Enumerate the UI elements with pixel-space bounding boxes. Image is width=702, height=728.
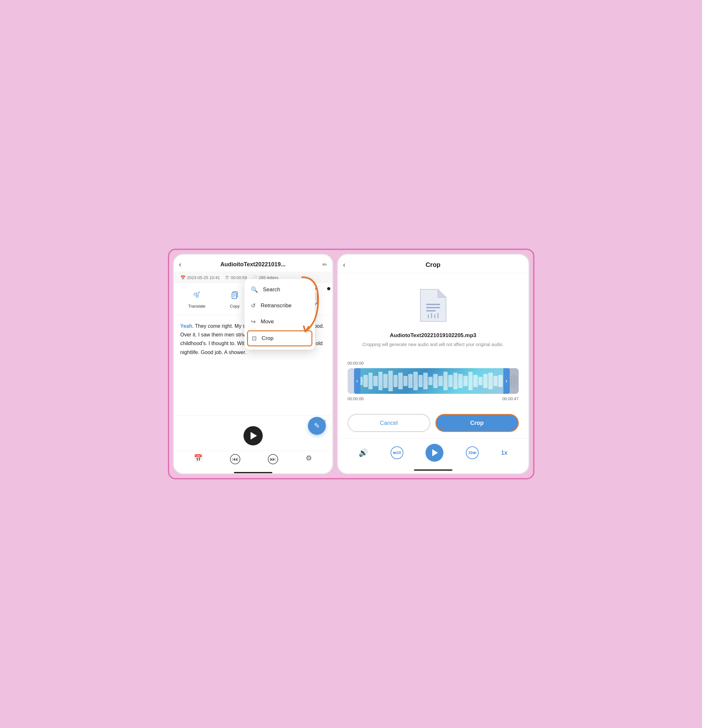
crop-header: ‹ Crop [338,255,528,273]
waveform-bars [357,368,509,394]
rewind-10-icon[interactable]: ⏮10 [391,446,403,459]
move-icon: ↪ [251,318,256,325]
waveform-left-handle[interactable]: ‹ [354,368,360,394]
file-name: AudiotoText20221019102205.mp3 [390,332,477,339]
waveform-times: 00:00:00 00:00:47 [348,396,519,401]
crop-body: AudiotoText20221019102205.mp3 Cropping w… [338,273,528,438]
translate-button[interactable]: 中 A Translate [188,288,205,312]
search-item[interactable]: 🔍 Search [244,282,315,298]
left-phone-panel: ‹ AudioitoText20221019... ✏ 📅 2023-05-25… [173,254,333,474]
meta-duration: ⏱ 00:00:59 [225,275,247,280]
copy-button[interactable]: Copy [228,288,242,312]
play-button[interactable] [244,426,263,445]
copy-label: Copy [230,304,239,309]
retranscribe-icon: ↺ [251,302,256,309]
fab-edit-icon: ✎ [314,422,320,430]
crop-title: Crop [426,261,441,269]
left-header: ‹ AudioitoText20221019... ✏ [174,255,332,272]
waveform-inactive-region [509,368,519,394]
crop-play-triangle-icon [432,449,438,456]
crop-bottom-controls: 🔊 ⏮10 10⏭ 1x [338,438,528,469]
crop-dropdown-icon: ⊡ [252,335,257,342]
crop-item[interactable]: ⊡ Crop [247,330,312,347]
crop-actions: Cancel Crop [348,414,519,432]
crop-home-bar [414,469,452,471]
bottom-nav: 📅 ⏮ ⏭ ⚙ [174,451,332,471]
speed-label[interactable]: 1x [501,449,507,456]
bottom-player: 00:00:00 [174,415,332,451]
nav-forward-icon[interactable]: ⏭ [268,454,278,464]
nav-calendar-icon[interactable]: 📅 [194,454,202,464]
right-crop-panel: ‹ Crop AudiotoText20221019102205. [337,254,529,474]
search-icon: 🔍 [251,286,258,293]
waveform-container[interactable]: ‹ › [348,368,519,394]
cancel-button[interactable]: Cancel [348,414,430,432]
waveform-time-end: 00:00:47 [503,396,519,401]
player-controls [181,426,326,445]
svg-rect-11 [426,307,440,308]
nav-rewind-icon[interactable]: ⏮ [230,454,240,464]
file-description: Cropping will generate new audio and wil… [363,341,504,348]
waveform-active-region [357,368,509,394]
waveform-time-top: 00:00:00 [348,361,519,365]
meta-date: 📅 2023-05-25 10:41 [181,275,220,280]
translate-label: Translate [188,304,205,309]
file-icon [417,286,449,325]
volume-icon[interactable]: 🔊 [358,448,368,457]
copy-icon [228,288,242,302]
waveform-right-handle[interactable]: › [503,368,510,394]
waveform-time-start: 00:00:00 [348,396,364,401]
back-button[interactable]: ‹ [179,260,181,269]
document-title: AudioitoText20221019... [220,261,286,268]
svg-rect-12 [426,310,436,312]
fab-edit-button[interactable]: ✎ [308,417,326,435]
retranscribe-item[interactable]: ↺ Retranscribe [244,298,315,314]
calendar-icon: 📅 [181,275,185,280]
player-time: 00:00:00 [181,419,326,423]
right-handle-arrow: › [506,378,507,384]
move-item[interactable]: ↪ Move [244,314,315,330]
waveform-section: 00:00:00 [348,361,519,401]
dropdown-menu: 🔍 Search ↺ Retranscribe ↪ Move ⊡ Crop [244,279,315,350]
svg-text:A: A [196,295,199,299]
left-handle-arrow: ‹ [356,378,358,384]
nav-settings-icon[interactable]: ⚙ [306,454,312,464]
crop-confirm-button[interactable]: Crop [435,414,519,432]
play-triangle-icon [251,432,257,440]
home-bar [234,472,272,473]
crop-back-button[interactable]: ‹ [343,261,345,269]
translate-icon: 中 A [190,288,204,302]
scroll-dot [327,287,330,290]
yeah-highlight: Yeah. [181,323,194,329]
svg-rect-10 [426,304,440,305]
forward-10-icon[interactable]: 10⏭ [466,446,479,459]
crop-play-button[interactable] [426,444,443,462]
edit-icon[interactable]: ✏ [322,261,327,268]
clock-icon: ⏱ [225,275,229,280]
file-icon-wrapper [417,286,449,326]
